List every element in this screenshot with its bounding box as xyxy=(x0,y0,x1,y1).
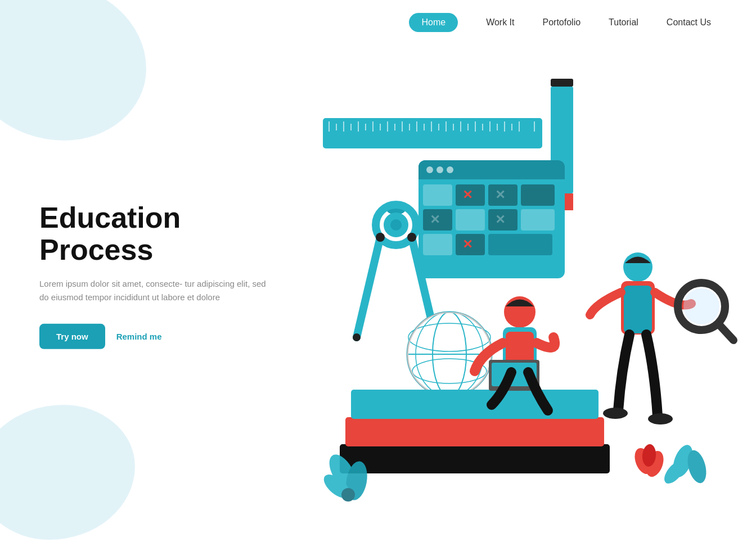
svg-rect-39 xyxy=(423,184,452,206)
svg-text:✕: ✕ xyxy=(495,213,505,227)
svg-point-61 xyxy=(353,333,361,341)
svg-rect-35 xyxy=(418,173,565,179)
svg-rect-77 xyxy=(351,390,598,419)
svg-rect-17 xyxy=(446,121,447,132)
svg-rect-46 xyxy=(456,209,485,231)
svg-rect-2 xyxy=(336,124,337,130)
svg-rect-15 xyxy=(431,121,432,132)
hero-title: Education Process xyxy=(39,202,276,266)
svg-point-64 xyxy=(407,233,416,242)
svg-rect-51 xyxy=(423,234,452,255)
hero-buttons: Try now Remind me xyxy=(39,324,276,349)
svg-text:✕: ✕ xyxy=(495,188,505,202)
svg-rect-76 xyxy=(345,417,604,446)
svg-rect-28 xyxy=(534,121,535,132)
svg-line-59 xyxy=(357,237,380,337)
svg-rect-7 xyxy=(372,121,374,132)
svg-rect-3 xyxy=(343,121,344,132)
svg-rect-5 xyxy=(358,121,359,132)
svg-rect-20 xyxy=(467,124,469,130)
navigation: Home Work It Portofolio Tutorial Contact… xyxy=(0,0,756,45)
svg-rect-25 xyxy=(504,121,505,132)
svg-rect-48 xyxy=(521,209,555,231)
svg-rect-4 xyxy=(350,124,352,130)
svg-rect-29 xyxy=(551,79,573,87)
svg-rect-18 xyxy=(453,124,454,130)
svg-rect-22 xyxy=(482,124,483,130)
svg-point-94 xyxy=(341,488,355,502)
nav-item-portfolio[interactable]: Portofolio xyxy=(543,17,581,28)
svg-rect-1 xyxy=(328,121,330,132)
svg-rect-27 xyxy=(519,121,520,132)
svg-text:✕: ✕ xyxy=(430,213,440,227)
svg-rect-42 xyxy=(521,184,555,206)
svg-point-89 xyxy=(603,408,628,419)
svg-rect-13 xyxy=(416,121,417,132)
background-blob-bottom-left xyxy=(0,405,135,540)
svg-rect-24 xyxy=(497,124,498,130)
hero-content: Education Process Lorem ipsum dolor sit … xyxy=(39,202,276,349)
nav-item-home[interactable]: Home xyxy=(409,13,458,32)
remind-me-button[interactable]: Remind me xyxy=(116,332,162,341)
svg-rect-26 xyxy=(511,124,512,130)
hero-description: Lorem ipsum dolor sit amet, consecte- tu… xyxy=(39,277,276,304)
svg-point-37 xyxy=(436,166,443,173)
svg-rect-0 xyxy=(323,118,542,148)
svg-rect-8 xyxy=(380,124,381,130)
svg-rect-9 xyxy=(387,121,388,132)
nav-item-work-it[interactable]: Work It xyxy=(486,17,514,28)
svg-rect-10 xyxy=(394,124,395,130)
svg-rect-53 xyxy=(488,234,552,255)
svg-rect-11 xyxy=(402,121,403,132)
svg-rect-12 xyxy=(409,124,410,130)
svg-point-36 xyxy=(426,166,433,173)
svg-rect-16 xyxy=(438,124,439,130)
svg-text:✕: ✕ xyxy=(462,188,472,202)
svg-rect-19 xyxy=(460,121,461,132)
svg-point-87 xyxy=(683,288,719,324)
svg-rect-6 xyxy=(365,124,366,130)
svg-point-58 xyxy=(390,219,402,231)
svg-rect-75 xyxy=(340,444,610,473)
svg-line-88 xyxy=(719,325,734,340)
svg-rect-14 xyxy=(424,124,425,130)
svg-point-90 xyxy=(648,413,673,424)
svg-text:✕: ✕ xyxy=(462,237,472,251)
nav-item-tutorial[interactable]: Tutorial xyxy=(609,17,638,28)
hero-illustration: ✕ ✕ ✕ ✕ ✕ xyxy=(295,34,756,540)
nav-item-contact[interactable]: Contact Us xyxy=(667,17,711,28)
svg-point-63 xyxy=(376,233,385,242)
svg-rect-21 xyxy=(475,121,476,132)
svg-rect-23 xyxy=(489,121,490,132)
svg-rect-85 xyxy=(624,286,652,333)
try-now-button[interactable]: Try now xyxy=(39,324,105,349)
svg-point-38 xyxy=(447,166,453,173)
